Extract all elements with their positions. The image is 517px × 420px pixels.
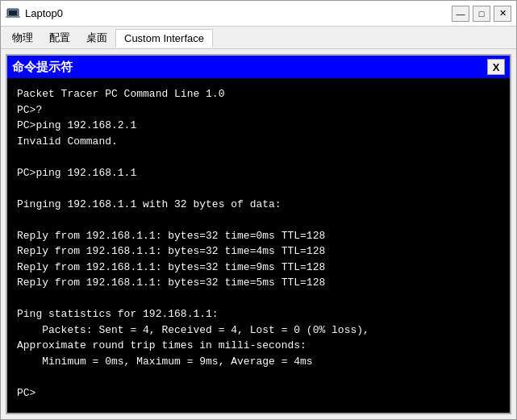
minimize-button[interactable]: — [452, 6, 469, 22]
terminal-title-bar: 命令提示符 X [7, 56, 510, 78]
svg-rect-2 [6, 16, 20, 18]
menu-item-physics[interactable]: 物理 [4, 27, 41, 48]
menu-bar: 物理 配置 桌面 Custom Interface [1, 27, 516, 49]
terminal-close-button[interactable]: X [487, 59, 505, 75]
laptop-icon [6, 6, 20, 21]
terminal-body[interactable]: Packet Tracer PC Command Line 1.0 PC>? P… [7, 78, 510, 413]
title-bar-controls: — □ ✕ [452, 6, 511, 22]
terminal-window: 命令提示符 X Packet Tracer PC Command Line 1.… [6, 54, 511, 414]
svg-rect-1 [9, 10, 17, 15]
window-title: Laptop0 [25, 7, 63, 19]
main-window: Laptop0 — □ ✕ 物理 配置 桌面 Custom Interface … [0, 0, 517, 420]
title-bar-left: Laptop0 [6, 6, 63, 21]
title-bar: Laptop0 — □ ✕ [1, 1, 516, 27]
terminal-title: 命令提示符 [12, 60, 73, 75]
maximize-button[interactable]: □ [473, 6, 490, 22]
menu-item-desktop[interactable]: 桌面 [78, 27, 115, 48]
content-area: 命令提示符 X Packet Tracer PC Command Line 1.… [1, 49, 516, 419]
menu-item-custom-interface[interactable]: Custom Interface [115, 29, 213, 48]
close-button[interactable]: ✕ [494, 6, 511, 22]
menu-item-config[interactable]: 配置 [41, 27, 78, 48]
